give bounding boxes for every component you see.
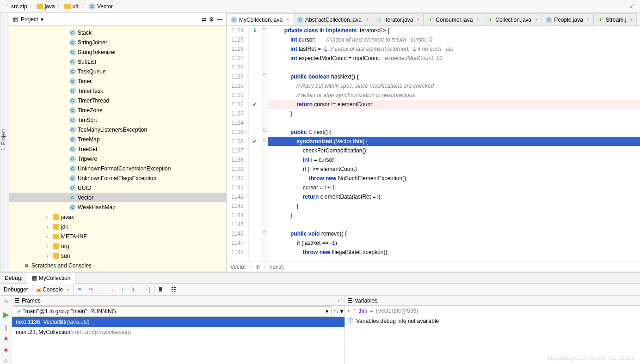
debugger-tab[interactable]: Debugger (0, 284, 32, 295)
var-value: {Vector$Itr@533} (376, 308, 418, 314)
tree-item[interactable]: CTaskQueue (9, 67, 226, 76)
class-icon: C (69, 68, 76, 75)
dropdown-icon[interactable]: ▾ (41, 16, 43, 23)
project-header-label[interactable]: Project (21, 16, 38, 23)
tree-item[interactable]: CUnknownFormatFlagsException (9, 173, 226, 183)
editor-tab[interactable]: IIterator.java× (372, 13, 424, 25)
tree-item[interactable]: CStringJoiner (9, 37, 226, 47)
code-editor[interactable]: private class Itr implements Iterator<E>… (268, 26, 640, 261)
expand-icon[interactable]: › (348, 308, 350, 314)
tree-item[interactable]: ›sun (9, 251, 226, 261)
tree-item[interactable]: ›javax (9, 212, 226, 222)
tree-item[interactable]: CStringTokenizer (9, 47, 226, 57)
crumb-util[interactable]: util (73, 3, 80, 10)
file-type-icon: I (376, 17, 382, 23)
tree-item[interactable]: CTimerTask (9, 86, 226, 96)
editor-tab[interactable]: CAbstractCollection.java× (293, 13, 372, 25)
project-tree[interactable]: CStackCStringJoinerCStringTokenizerCSubL… (9, 26, 226, 272)
tree-item[interactable]: CUnknownFormatConversionException (9, 164, 226, 173)
pause-icon[interactable]: ∥ (5, 324, 7, 331)
variables-header: ☰ Variables (345, 296, 640, 306)
crumb-java[interactable]: java (45, 3, 55, 10)
tree-item[interactable]: CTripwire (9, 154, 226, 164)
force-step-into-icon[interactable]: ↓ (107, 284, 117, 295)
close-tab-icon[interactable]: × (286, 17, 289, 22)
class-icon: C (69, 165, 76, 172)
close-tab-icon[interactable]: × (476, 17, 479, 22)
run-config-label: MyCollection (39, 275, 71, 281)
tree-item[interactable]: CTimerThread (9, 96, 226, 105)
settings-icon[interactable]: ⚙ (209, 16, 214, 23)
tree-item[interactable]: CWeakHashMap (9, 202, 226, 212)
archive-icon: 📄 (3, 3, 9, 10)
annotation-gutter[interactable]: ⬇↓✔↓✔↓ (249, 26, 261, 261)
crumb-src[interactable]: src.zip (11, 3, 27, 10)
tree-item[interactable]: CTooManyListenersException (9, 125, 226, 134)
thread-selector[interactable]: ✔ "main"@1 in group "main": RUNNING▾ (14, 306, 332, 316)
tree-item[interactable]: ›jdk (9, 222, 226, 231)
tree-item[interactable]: 🗎Scratches and Consoles (9, 261, 226, 270)
rerun-icon[interactable]: ↻ (4, 298, 8, 305)
folder-icon (53, 214, 59, 220)
crumb-inner[interactable]: Itr (255, 264, 260, 270)
filter-icon[interactable]: ▼ (339, 308, 345, 315)
close-tab-icon[interactable]: × (630, 17, 633, 22)
view-breakpoints-icon[interactable]: ◉ (4, 346, 8, 353)
resume-icon[interactable]: ▶ (3, 309, 9, 320)
editor-tab[interactable]: CPeople.java× (542, 13, 594, 25)
frames-header: ☰ Frames→| (12, 296, 345, 306)
frames-pane: ☰ Frames→| ✔ "main"@1 in group "main": R… (12, 296, 345, 364)
mute-breakpoints-icon[interactable]: ⦸ (4, 358, 8, 364)
editor-tabs[interactable]: CMyCollection.java×CAbstractCollection.j… (227, 13, 640, 26)
trace-icon[interactable]: ☷ (167, 284, 180, 295)
select-opened-icon[interactable]: ⇄ (202, 16, 206, 23)
run-config-tab[interactable]: ▦ MyCollection (27, 273, 76, 284)
tree-item[interactable]: ›org (9, 241, 226, 251)
tree-item[interactable]: CTimer (9, 76, 226, 86)
var-name: this (358, 308, 367, 314)
file-type-icon: I (427, 17, 434, 23)
tree-item[interactable]: CVector (9, 193, 226, 202)
close-tab-icon[interactable]: × (365, 17, 368, 22)
run-to-cursor-icon[interactable]: →| (139, 284, 154, 295)
class-icon: C (69, 175, 76, 182)
stack-frame[interactable]: next:1136, Vector$Itr (java.util) (12, 317, 345, 327)
editor-tab[interactable]: IStream.j× (593, 13, 637, 25)
fold-gutter[interactable]: ⊟⊟⊟⊟⊟ (261, 26, 268, 261)
editor-tab[interactable]: ICollection.java× (483, 13, 542, 25)
crumb-vector[interactable]: Vector (97, 3, 113, 10)
tree-item[interactable]: CTimSort (9, 115, 226, 125)
editor-breadcrumbs[interactable]: Vector› Itr› next() (227, 261, 640, 272)
tree-item[interactable]: ›META-INF (9, 231, 226, 241)
frames-list[interactable]: next:1136, Vector$Itr (java.util)main:23… (12, 317, 345, 337)
drop-frame-icon[interactable]: ↯ (127, 284, 139, 295)
breadcrumb[interactable]: 📄 src.zip 〉 java 〉 util 〉 C Vector (3, 2, 113, 10)
close-tab-icon[interactable]: × (587, 17, 590, 22)
tree-item[interactable]: CTreeMap (9, 134, 226, 144)
collapse-icon[interactable]: — (217, 16, 222, 23)
close-tab-icon[interactable]: × (535, 17, 538, 22)
crumb-class[interactable]: Vector (230, 264, 246, 270)
class-icon: C (69, 146, 76, 152)
restore-layout-icon[interactable]: →| (335, 297, 342, 304)
tree-item[interactable]: CSubList (9, 57, 226, 67)
console-tab[interactable]: ▣ Console → (32, 284, 74, 295)
editor-tab[interactable]: CMyCollection.java× (227, 13, 293, 25)
tree-item[interactable]: CUUID (9, 183, 226, 193)
variable-row[interactable]: › ≡ this = {Vector$Itr@533} (345, 306, 640, 316)
tree-item[interactable]: CTimeZone (9, 105, 226, 115)
tree-item[interactable]: CStack (9, 28, 226, 37)
stack-frame[interactable]: main:23, MyCollection (com.study.mycolle… (12, 327, 345, 337)
stop-icon[interactable]: ■ (4, 335, 7, 342)
show-exec-icon[interactable]: ≡ (74, 284, 85, 295)
step-out-icon[interactable]: ↑ (117, 284, 127, 295)
crumb-method[interactable]: next() (270, 264, 284, 270)
class-icon: C (89, 3, 95, 10)
step-over-icon[interactable]: ↷ (85, 284, 97, 295)
step-into-icon[interactable]: ↓ (97, 284, 107, 295)
evaluate-icon[interactable]: 🖩 (154, 284, 167, 295)
project-toolwindow-tab[interactable]: 1: Project (0, 13, 9, 272)
editor-tab[interactable]: IConsumer.java× (423, 13, 483, 25)
close-tab-icon[interactable]: × (417, 17, 420, 22)
tree-item[interactable]: CTreeSet (9, 144, 226, 154)
